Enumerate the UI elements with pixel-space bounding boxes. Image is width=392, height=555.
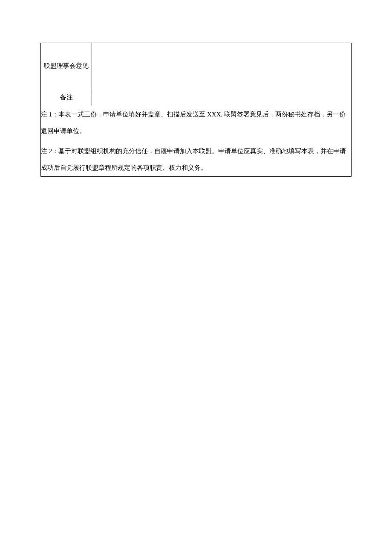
label-remark: 备注 xyxy=(41,89,92,106)
row-council-opinion: 联盟理事会意见 xyxy=(41,43,352,89)
row-notes: 注 1：本表一式三份，申请单位填好并盖章、扫描后发送至 XXX, 联盟签署意见后… xyxy=(41,106,352,177)
note-2: 注 2：基于对联盟组织机构的充分信任，自愿申请加入本联盟。申请单位应真实、准确地… xyxy=(41,143,351,176)
document-table: 联盟理事会意见 备注 注 1：本表一式三份，申请单位填好并盖章、扫描后发送至 X… xyxy=(40,43,352,177)
label-council-opinion: 联盟理事会意见 xyxy=(41,43,92,89)
notes-cell: 注 1：本表一式三份，申请单位填好并盖章、扫描后发送至 XXX, 联盟签署意见后… xyxy=(41,106,352,177)
value-council-opinion xyxy=(92,43,352,89)
row-remark: 备注 xyxy=(41,89,352,106)
value-remark xyxy=(92,89,352,106)
note-1: 注 1：本表一式三份，申请单位填好并盖章、扫描后发送至 XXX, 联盟签署意见后… xyxy=(41,106,351,139)
